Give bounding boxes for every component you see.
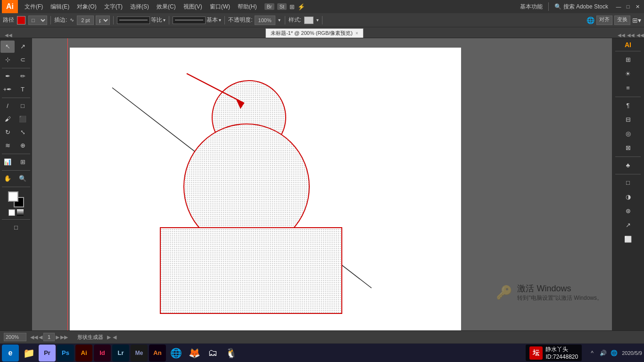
rp-btn-7[interactable]: ⊠	[621, 141, 635, 155]
paint-bucket[interactable]: ⬛	[16, 113, 30, 125]
menu-text[interactable]: 文字(T)	[100, 0, 126, 13]
taskbar-lightroom[interactable]: Lr	[112, 345, 129, 362]
menu-file[interactable]: 文件(F)	[21, 0, 47, 13]
menu-window[interactable]: 窗口(W)	[206, 0, 234, 13]
style-arrow[interactable]: ▾	[316, 17, 319, 23]
page-prev-btn[interactable]: ◀◀	[30, 334, 38, 340]
transform-btn[interactable]: 变换	[614, 16, 630, 25]
taskbar-photoshop[interactable]: Ps	[57, 345, 74, 362]
stroke-end-arrow[interactable]: ▾	[219, 17, 221, 23]
paintbrush-tool[interactable]: 🖌	[0, 113, 15, 125]
rp-btn-11[interactable]: ⊛	[621, 205, 635, 218]
menu-object[interactable]: 对象(O)	[73, 0, 100, 13]
style-swatch[interactable]	[304, 16, 314, 24]
arrange-icon[interactable]: ⊞	[289, 3, 295, 10]
page-end-btn[interactable]: ▶▶	[60, 334, 68, 340]
taskbar-firefox[interactable]: 🦊	[186, 345, 203, 362]
taskbar-indesign[interactable]: Id	[94, 345, 111, 362]
magic-wand-tool[interactable]: ⊹	[0, 54, 15, 66]
hand-tool[interactable]: ✋	[0, 173, 15, 185]
tray-network[interactable]: 🌐	[609, 348, 619, 358]
minimize-button[interactable]: —	[614, 0, 623, 13]
pt-unit[interactable]: pt	[96, 16, 110, 25]
zoom-tool[interactable]: 🔍	[16, 173, 30, 185]
shape-selector[interactable]: □	[28, 16, 47, 25]
pen-tool[interactable]: ✒	[0, 70, 15, 82]
maximize-button[interactable]: □	[623, 0, 633, 13]
rp-btn-10[interactable]: ◑	[621, 190, 635, 204]
rp-btn-8[interactable]: ♣	[621, 159, 635, 172]
shapebuilder-tool[interactable]: ⊕	[16, 140, 30, 152]
taskbar-animate[interactable]: An	[149, 345, 166, 362]
taskbar-file-manager[interactable]: 🗂	[204, 345, 221, 362]
rotate-tool[interactable]: ↻	[0, 126, 15, 139]
taskbar-penguin[interactable]: 🐧	[223, 345, 239, 362]
scale-tool[interactable]: ⤡	[16, 126, 30, 139]
rp-btn-12[interactable]: ↗	[621, 219, 635, 232]
canvas-container[interactable]: 🔑 激活 Windows 转到"电脑设置"以激活 Windows。	[32, 38, 612, 331]
stroke-end-preview[interactable]	[173, 16, 206, 24]
tray-caret[interactable]: ^	[587, 348, 597, 358]
gradient-icon[interactable]	[17, 209, 24, 216]
workspace-btn[interactable]: 基本功能	[516, 0, 546, 13]
rp-btn-9[interactable]: □	[621, 176, 635, 189]
page-input[interactable]	[43, 333, 55, 341]
align-btn[interactable]: 对齐	[596, 16, 612, 25]
page-fwd-btn[interactable]: ▶	[56, 334, 59, 340]
menu-view[interactable]: 视图(V)	[180, 0, 206, 13]
panel-collapse-3[interactable]: ◀◀	[636, 33, 644, 38]
mesh-tool[interactable]: ⊞	[16, 156, 30, 168]
fg-color[interactable]	[8, 191, 18, 202]
stroke-color-swatch[interactable]	[17, 16, 25, 25]
close-button[interactable]: ✕	[633, 0, 642, 13]
rp-btn-6[interactable]: ◎	[621, 127, 635, 140]
tray-volume[interactable]: 🔊	[598, 348, 608, 358]
bridge-btn[interactable]: Br	[264, 3, 274, 10]
active-tab[interactable]: 未标题-1* @ 200% (RGB/像素预览) ×	[265, 28, 363, 38]
search-stock-btn[interactable]: 🔍 搜索 Adobe Stock	[551, 0, 612, 13]
tab-scroll-left[interactable]: ◀◀	[5, 33, 12, 38]
type-tool[interactable]: T	[16, 83, 30, 96]
globe-icon[interactable]: 🌐	[586, 16, 594, 24]
rect-tool[interactable]: □	[16, 100, 30, 112]
panel-collapse-1[interactable]: ◀◀	[618, 33, 625, 38]
screen-mode-btn[interactable]: □	[4, 222, 28, 234]
page-back-btn[interactable]: ◀	[39, 334, 42, 340]
rp-btn-4[interactable]: ¶	[621, 99, 635, 112]
chart-tool[interactable]: 📊	[0, 156, 15, 168]
menu-effect[interactable]: 效果(C)	[153, 0, 180, 13]
tab-close-button[interactable]: ×	[355, 31, 358, 36]
pencil-tool[interactable]: ✏	[16, 70, 30, 82]
menu-edit[interactable]: 编辑(E)	[47, 0, 73, 13]
opacity-input[interactable]	[255, 16, 275, 25]
taskbar-chrome[interactable]: 🌐	[167, 345, 184, 362]
select-tool[interactable]: ↖	[0, 41, 15, 53]
rp-btn-1[interactable]: ⊞	[621, 53, 635, 66]
rp-btn-2[interactable]: ☀	[621, 67, 635, 81]
lasso-tool[interactable]: ⊂	[16, 54, 30, 66]
rp-btn-13[interactable]: ⬜	[621, 233, 635, 246]
status-scroll-btn[interactable]: ◀	[113, 334, 116, 340]
warp-tool[interactable]: ≋	[0, 140, 15, 152]
opacity-arrow[interactable]: ▾	[278, 17, 281, 23]
direct-select-tool[interactable]: ↗	[16, 41, 30, 53]
taskbar-edge[interactable]: e	[2, 345, 19, 362]
taskbar-media-encoder[interactable]: Me	[131, 345, 148, 362]
add-anchor-tool[interactable]: +✒	[0, 83, 15, 96]
taskbar-explorer[interactable]: 📁	[20, 345, 37, 362]
stroke-line-preview[interactable]	[117, 16, 150, 24]
rp-btn-5[interactable]: ⊟	[621, 113, 635, 126]
apps-icon[interactable]: ⚡	[297, 3, 305, 10]
color-swatches[interactable]	[8, 191, 24, 207]
line-tool[interactable]: /	[0, 100, 15, 112]
zoom-input[interactable]	[4, 333, 26, 341]
menu-select[interactable]: 选择(S)	[126, 0, 153, 13]
extra-btn[interactable]: ⊞▾	[632, 16, 641, 24]
pt-input[interactable]	[77, 16, 94, 25]
no-fill-icon[interactable]	[8, 209, 15, 216]
stock-btn[interactable]: St	[277, 3, 287, 10]
panel-collapse-2[interactable]: ◀◀	[627, 33, 635, 38]
taskbar-premiere[interactable]: Pr	[39, 345, 56, 362]
menu-help[interactable]: 帮助(H)	[234, 0, 261, 13]
status-expand-btn[interactable]: ▶	[107, 334, 111, 340]
